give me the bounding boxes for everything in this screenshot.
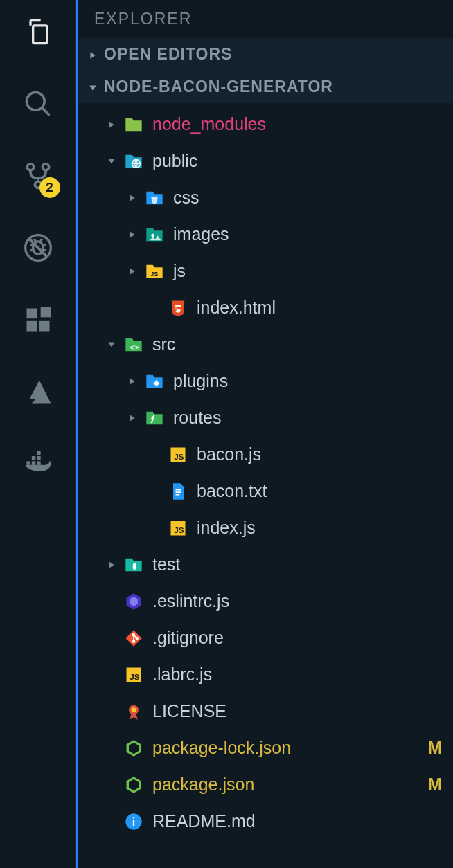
license-file-icon (123, 701, 144, 722)
folder-css-icon (144, 188, 165, 208)
chevron-right-icon (89, 45, 97, 64)
tree-label: public (152, 151, 445, 171)
svg-rect-9 (40, 307, 51, 318)
folder-plugins-icon (144, 371, 165, 392)
tree-file-package-lock[interactable]: package-lock.json M (78, 730, 453, 766)
tree-label: LICENSE (152, 701, 445, 721)
tree-file-bacon-js[interactable]: JS bacon.js (78, 436, 453, 473)
tree-label: node_modules (152, 114, 445, 134)
svg-rect-7 (26, 321, 37, 332)
tree-folder-node-modules[interactable]: node_modules (78, 106, 453, 143)
tree-label: src (152, 334, 445, 354)
tree-file-bacon-txt[interactable]: bacon.txt (78, 473, 453, 509)
tree-file-labrc[interactable]: JS .labrc.js (78, 656, 453, 693)
tree-label: js (173, 261, 445, 281)
svg-rect-10 (26, 461, 30, 465)
open-editors-label: OPEN EDITORS (104, 45, 232, 64)
svg-rect-6 (26, 309, 37, 319)
source-control-activity-icon[interactable]: 2 (19, 156, 57, 195)
git-status-modified: M (425, 738, 445, 758)
svg-text:JS: JS (150, 271, 158, 278)
scm-badge: 2 (39, 177, 60, 198)
svg-text:JS: JS (130, 672, 139, 681)
docker-activity-icon[interactable] (19, 444, 57, 483)
tree-folder-js[interactable]: JS js (78, 253, 453, 289)
project-section[interactable]: NODE-BACON-GENERATOR (78, 71, 453, 103)
tree-file-index-html[interactable]: index.html (78, 289, 453, 326)
tree-folder-images[interactable]: images (78, 216, 453, 253)
svg-point-26 (132, 640, 136, 643)
file-tree: node_modules public css images JS js ind… (78, 103, 453, 840)
chevron-right-icon (126, 267, 139, 275)
chevron-right-icon (126, 414, 139, 422)
tree-file-license[interactable]: LICENSE (78, 693, 453, 730)
explorer-activity-icon[interactable] (19, 12, 57, 51)
folder-test-icon (123, 554, 144, 575)
folder-images-icon (144, 224, 165, 245)
tree-folder-test[interactable]: test (78, 546, 453, 583)
tree-file-gitignore[interactable]: .gitignore (78, 620, 453, 656)
chevron-right-icon (105, 561, 118, 569)
svg-text:JS: JS (174, 525, 184, 534)
txt-file-icon (168, 481, 188, 502)
tree-file-package-json[interactable]: package.json M (78, 766, 453, 803)
folder-public-icon (123, 151, 144, 172)
tree-label: bacon.txt (197, 481, 445, 501)
tree-label: .labrc.js (152, 664, 445, 685)
tree-folder-routes[interactable]: routes (78, 399, 453, 436)
svg-rect-8 (39, 321, 49, 332)
svg-point-0 (26, 93, 44, 111)
tree-label: images (173, 224, 445, 244)
tree-folder-plugins[interactable]: plugins (78, 363, 453, 399)
folder-routes-icon (144, 408, 165, 428)
tree-label: index.js (197, 518, 445, 538)
sidebar-title: EXPLORER (78, 0, 453, 38)
readme-file-icon (123, 811, 144, 832)
nodejs-file-icon (123, 738, 144, 759)
chevron-right-icon (126, 230, 139, 239)
tree-label: .eslintrc.js (152, 591, 445, 611)
nodejs-file-icon (123, 775, 144, 795)
svg-point-1 (27, 164, 33, 170)
tree-file-readme[interactable]: README.md (78, 803, 453, 840)
tree-folder-src[interactable]: </> src (78, 326, 453, 363)
tree-label: package-lock.json (152, 738, 425, 758)
svg-rect-13 (31, 456, 35, 460)
search-activity-icon[interactable] (19, 84, 57, 123)
tree-label: css (173, 188, 445, 208)
folder-src-icon: </> (123, 334, 144, 355)
js-file-icon: JS (123, 664, 144, 685)
tree-folder-css[interactable]: css (78, 179, 453, 216)
folder-js-icon: JS (144, 261, 165, 282)
svg-rect-24 (133, 563, 136, 569)
svg-point-2 (42, 164, 48, 170)
open-editors-section[interactable]: OPEN EDITORS (78, 38, 453, 71)
svg-rect-14 (37, 456, 41, 460)
svg-point-17 (151, 233, 154, 237)
azure-activity-icon[interactable] (19, 372, 57, 411)
chevron-right-icon (126, 377, 139, 386)
tree-file-index-js[interactable]: JS index.js (78, 509, 453, 546)
svg-rect-12 (37, 461, 41, 465)
tree-label: plugins (173, 371, 445, 391)
svg-rect-11 (31, 461, 35, 465)
tree-file-eslintrc[interactable]: .eslintrc.js (78, 583, 453, 620)
tree-label: test (152, 554, 445, 575)
git-file-icon (123, 628, 144, 649)
svg-rect-34 (133, 817, 134, 818)
chevron-down-icon (105, 341, 118, 349)
extensions-activity-icon[interactable] (19, 300, 57, 339)
tree-folder-public[interactable]: public (78, 143, 453, 179)
svg-rect-33 (133, 820, 134, 826)
debug-activity-icon[interactable] (19, 228, 57, 267)
tree-label: README.md (152, 811, 445, 831)
eslint-file-icon (123, 591, 144, 612)
js-file-icon: JS (168, 444, 188, 465)
folder-icon (123, 114, 144, 135)
git-status-modified: M (425, 775, 445, 795)
svg-text:</>: </> (130, 344, 139, 351)
tree-label: package.json (152, 775, 425, 795)
svg-rect-15 (37, 451, 41, 455)
project-label: NODE-BACON-GENERATOR (104, 78, 333, 96)
chevron-down-icon (89, 78, 97, 96)
